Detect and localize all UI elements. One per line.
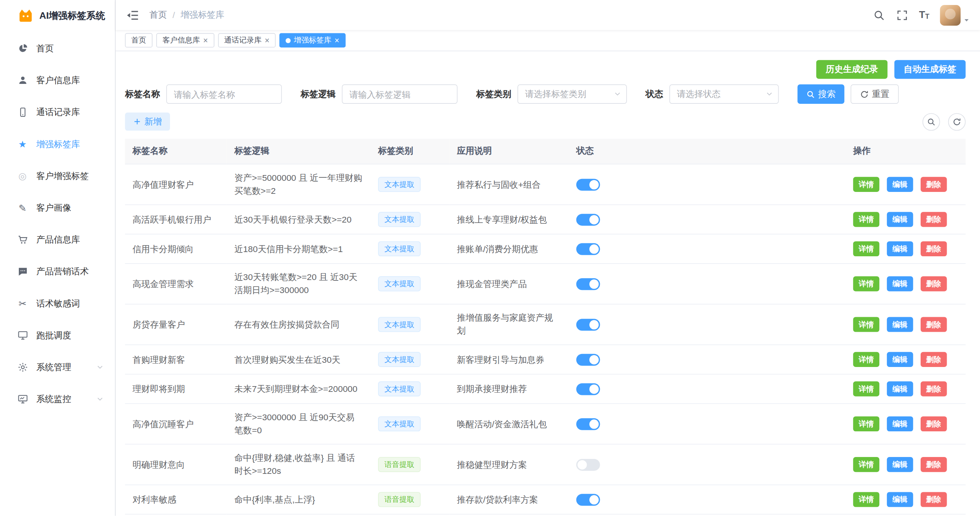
delete-button[interactable]: 删除 — [921, 317, 947, 332]
fullscreen-icon[interactable] — [896, 9, 908, 21]
sidebar-item-customer-tags[interactable]: ◎ 客户增强标签 — [0, 160, 115, 192]
delete-button[interactable]: 删除 — [921, 382, 947, 396]
status-toggle[interactable] — [576, 179, 600, 191]
sidebar: AI增强标签系统 首页 客户信息库 通话记录库 — [0, 0, 116, 516]
edit-button[interactable]: 编辑 — [887, 416, 913, 431]
tag-logic: 未来7天到期理财本金>=200000 — [227, 374, 370, 404]
sidebar-item-home[interactable]: 首页 — [0, 33, 115, 64]
table-row: 高净值沉睡客户 资产>=3000000 且 近90天交易笔数=0 文本提取 唤醒… — [125, 403, 965, 444]
edit-button[interactable]: 编辑 — [887, 382, 913, 396]
tag-logic: 近180天信用卡分期笔数>=1 — [227, 234, 370, 264]
status-toggle[interactable] — [576, 243, 600, 255]
sidebar-item-system-management[interactable]: 系统管理 — [0, 351, 115, 383]
edit-button[interactable]: 编辑 — [887, 177, 913, 192]
sidebar-item-label: 客户增强标签 — [36, 170, 89, 182]
sidebar-item-system-monitoring[interactable]: 系统监控 — [0, 383, 115, 415]
user-menu[interactable] — [940, 5, 970, 25]
tab-tag-library[interactable]: 增强标签库 × — [280, 33, 345, 48]
status-toggle[interactable] — [576, 494, 600, 506]
close-icon[interactable]: × — [265, 36, 269, 44]
status-select[interactable]: 请选择状态 — [669, 84, 779, 104]
edit-button[interactable]: 编辑 — [887, 352, 913, 367]
detail-button[interactable]: 详情 — [853, 352, 880, 367]
sidebar-item-product-info[interactable]: 产品信息库 — [0, 224, 115, 256]
phone-icon — [17, 106, 28, 118]
avatar[interactable] — [940, 5, 961, 25]
logo-icon — [18, 8, 34, 24]
topbar-tools: TT — [873, 5, 970, 25]
toggle-search-icon[interactable] — [923, 113, 940, 131]
status-toggle[interactable] — [576, 354, 600, 366]
delete-button[interactable]: 删除 — [921, 241, 947, 256]
detail-button[interactable]: 详情 — [853, 382, 880, 396]
tag-description: 推线上专享理财/权益包 — [449, 205, 569, 234]
delete-button[interactable]: 删除 — [921, 177, 947, 192]
cart-icon — [17, 234, 28, 245]
edit-button[interactable]: 编辑 — [887, 492, 913, 507]
tag-logic-input[interactable] — [342, 84, 458, 104]
tab-customer-info[interactable]: 客户信息库 × — [156, 33, 214, 48]
tab-home[interactable]: 首页 — [125, 33, 152, 48]
breadcrumb-current: 增强标签库 — [180, 9, 224, 20]
category-select[interactable]: 请选择标签类别 — [517, 84, 627, 104]
select-placeholder: 请选择标签类别 — [525, 88, 586, 100]
topbar: 首页 / 增强标签库 TT — [116, 0, 980, 30]
edit-button[interactable]: 编辑 — [887, 457, 913, 472]
detail-button[interactable]: 详情 — [853, 457, 880, 472]
delete-button[interactable]: 删除 — [921, 492, 947, 507]
delete-button[interactable]: 删除 — [921, 276, 947, 291]
filter-logic: 标签逻辑 — [301, 84, 458, 104]
auto-generate-button[interactable]: 自动生成标签 — [894, 60, 965, 79]
filter-form: 标签名称 标签逻辑 标签类别 请选择标签类别 — [125, 84, 965, 104]
edit-button[interactable]: 编辑 — [887, 276, 913, 291]
delete-button[interactable]: 删除 — [921, 457, 947, 472]
detail-button[interactable]: 详情 — [853, 276, 880, 291]
sidebar-item-sensitive-words[interactable]: ✂ 话术敏感词 — [0, 288, 115, 319]
detail-button[interactable]: 详情 — [853, 212, 880, 227]
status-toggle[interactable] — [576, 418, 600, 430]
edit-button[interactable]: 编辑 — [887, 317, 913, 332]
add-button[interactable]: 新增 — [125, 113, 170, 131]
close-icon[interactable]: × — [334, 36, 339, 44]
tab-call-records[interactable]: 通话记录库 × — [218, 33, 276, 48]
delete-button[interactable]: 删除 — [921, 212, 947, 227]
chevron-down-icon — [96, 394, 104, 404]
edit-button[interactable]: 编辑 — [887, 212, 913, 227]
status-toggle[interactable] — [576, 214, 600, 226]
close-icon[interactable]: × — [203, 36, 208, 44]
sidebar-item-tag-library[interactable]: ★ 增强标签库 — [0, 128, 115, 160]
detail-button[interactable]: 详情 — [853, 492, 880, 507]
sidebar-item-marketing-scripts[interactable]: 产品营销话术 — [0, 256, 115, 287]
detail-button[interactable]: 详情 — [853, 317, 880, 332]
reset-button[interactable]: 重置 — [851, 84, 899, 104]
status-toggle[interactable] — [576, 459, 600, 471]
status-toggle[interactable] — [576, 278, 600, 290]
sidebar-collapse-icon[interactable] — [126, 8, 139, 22]
refresh-icon — [860, 90, 869, 98]
delete-button[interactable]: 删除 — [921, 416, 947, 431]
search-icon[interactable] — [873, 9, 885, 21]
delete-button[interactable]: 删除 — [921, 352, 947, 367]
history-generation-button[interactable]: 历史生成纪录 — [816, 60, 887, 79]
chat-icon — [17, 266, 28, 277]
sidebar-item-label: 话术敏感词 — [36, 298, 80, 309]
detail-button[interactable]: 详情 — [853, 416, 880, 431]
search-button[interactable]: 搜索 — [797, 84, 844, 104]
tag-description: 新客理财引导与加息券 — [449, 345, 569, 374]
detail-button[interactable]: 详情 — [853, 241, 880, 256]
status-toggle[interactable] — [576, 383, 600, 395]
detail-button[interactable]: 详情 — [853, 177, 880, 192]
sidebar-item-customer-info[interactable]: 客户信息库 — [0, 64, 115, 96]
breadcrumb-home[interactable]: 首页 — [149, 9, 167, 20]
gear-icon — [17, 362, 28, 373]
sidebar-item-batch-scheduling[interactable]: 跑批调度 — [0, 319, 115, 351]
breadcrumb-separator: / — [172, 10, 175, 20]
status-toggle[interactable] — [576, 319, 600, 331]
refresh-table-icon[interactable] — [948, 113, 966, 131]
tag-name-input[interactable] — [166, 84, 282, 104]
table-row: 明确理财意向 命中{理财,稳健,收益率} 且 通话时长>=120s 语音提取 推… — [125, 444, 965, 485]
font-size-icon[interactable]: TT — [919, 10, 929, 20]
sidebar-item-customer-portrait[interactable]: ✎ 客户画像 — [0, 192, 115, 224]
edit-button[interactable]: 编辑 — [887, 241, 913, 256]
sidebar-item-call-records[interactable]: 通话记录库 — [0, 96, 115, 128]
